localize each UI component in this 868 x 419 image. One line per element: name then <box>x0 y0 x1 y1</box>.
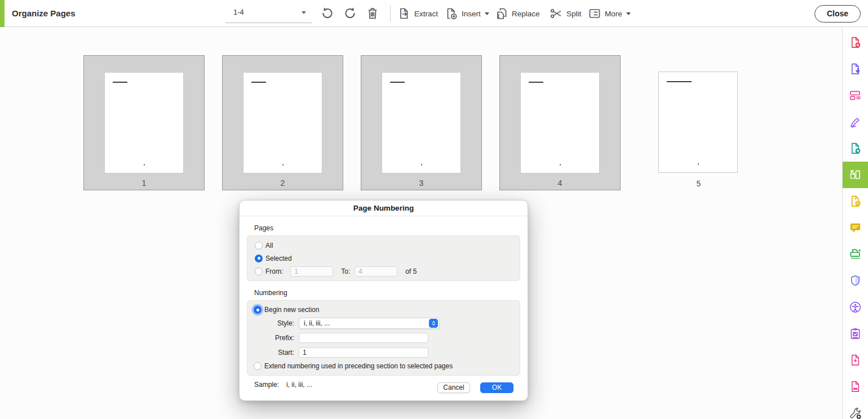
sidebar-tool-send-file[interactable] <box>843 135 868 162</box>
radio-all-label: All <box>265 242 273 249</box>
style-label: Style: <box>255 319 294 327</box>
numbering-group: Begin new section Style: i, ii, iii, ...… <box>247 300 520 376</box>
extract-icon <box>397 7 411 20</box>
page-footer-number <box>421 164 422 166</box>
sidebar-tool-comment[interactable] <box>843 215 868 241</box>
page-title: Organize Pages <box>12 0 76 27</box>
radio-selected-label: Selected <box>265 255 292 262</box>
to-input[interactable] <box>355 266 397 277</box>
rotate-right-button[interactable] <box>343 7 358 21</box>
replace-label: Replace <box>512 10 540 18</box>
to-label: To: <box>341 268 350 275</box>
radio-extend-numbering[interactable] <box>254 362 262 370</box>
edit-pdf-icon <box>849 89 862 102</box>
prefix-label: Prefix: <box>255 334 294 342</box>
page-preview <box>243 72 322 173</box>
page-text-line <box>667 81 692 82</box>
start-label: Start: <box>255 349 294 356</box>
split-button[interactable]: Split <box>550 0 581 27</box>
organize-pages-toolbar: Organize Pages 1-4 Extract Insert Replac… <box>0 0 868 27</box>
export-pdf-icon <box>849 63 862 75</box>
page-thumbnail[interactable]: 2 <box>222 55 343 190</box>
numbering-section-label: Numbering <box>254 289 520 297</box>
radio-from[interactable] <box>255 268 263 275</box>
extract-button[interactable]: Extract <box>397 0 438 27</box>
replace-button[interactable]: Replace <box>495 0 540 27</box>
fill-sign-icon <box>849 115 862 128</box>
sidebar-tool-protect[interactable] <box>843 268 868 294</box>
extract-label: Extract <box>414 10 438 18</box>
page-footer-number <box>144 164 145 166</box>
extend-numbering-label: Extend numbering used in preceding secti… <box>264 362 453 370</box>
sidebar-tool-scan-ocr[interactable] <box>843 241 868 268</box>
create-pdf-icon <box>849 36 862 49</box>
sample-label: Sample: <box>254 381 279 389</box>
start-input[interactable] <box>299 347 428 358</box>
page-preview <box>658 72 738 173</box>
organize-pages-icon <box>849 168 862 181</box>
request-signature-icon <box>849 195 862 208</box>
radio-selected[interactable] <box>255 255 263 262</box>
page-thumbnail[interactable]: 5 <box>638 55 759 190</box>
page-thumbnail[interactable]: 4 <box>499 55 621 190</box>
of-total-text: of 5 <box>405 268 417 275</box>
sidebar-tool-redact[interactable] <box>843 373 868 400</box>
page-text-line <box>390 82 405 83</box>
ok-button[interactable]: OK <box>480 382 513 393</box>
rotate-ccw-icon <box>321 7 335 20</box>
cancel-button[interactable]: Cancel <box>437 382 470 393</box>
sidebar-tool-compress[interactable] <box>843 347 868 373</box>
sidebar-tool-organize-pages[interactable] <box>843 162 868 188</box>
page-preview <box>104 72 184 173</box>
close-button[interactable]: Close <box>814 5 861 23</box>
page-range-value: 1-4 <box>233 0 244 25</box>
page-numbering-dialog: Page Numbering Pages All Selected From: … <box>239 200 528 401</box>
sidebar-tool-prepare-form[interactable] <box>843 320 868 347</box>
insert-icon <box>445 7 458 20</box>
scan-ocr-icon <box>849 248 862 261</box>
page-footer-number <box>282 164 284 166</box>
page-preview <box>382 72 461 173</box>
radio-all[interactable] <box>255 242 263 249</box>
page-number-label: 4 <box>500 179 620 188</box>
insert-button[interactable]: Insert <box>445 0 489 27</box>
style-select[interactable]: i, ii, iii, ... <box>299 318 440 329</box>
page-number-label: 1 <box>84 179 204 188</box>
thumbnail-row: 1 2 3 4 5 <box>83 55 759 190</box>
style-value: i, ii, iii, ... <box>299 319 330 327</box>
page-footer-number <box>698 163 699 165</box>
sidebar-tool-more-tools[interactable] <box>843 400 868 419</box>
sidebar-tool-fill-sign[interactable] <box>843 109 868 135</box>
page-thumbnail[interactable]: 1 <box>83 55 205 190</box>
from-input[interactable] <box>290 266 333 277</box>
sidebar-tool-accessibility[interactable] <box>843 294 868 320</box>
insert-label: Insert <box>462 10 481 18</box>
accent-bar <box>0 0 5 27</box>
delete-pages-button[interactable] <box>366 7 380 21</box>
chevron-down-icon <box>302 11 306 14</box>
chevron-down-icon <box>485 12 489 15</box>
pages-group: All Selected From: To: of 5 <box>247 235 520 281</box>
prepare-form-icon <box>849 327 862 340</box>
page-range-select[interactable]: 1-4 <box>225 0 312 27</box>
sidebar-tool-edit-pdf[interactable] <box>843 82 868 109</box>
sidebar-tool-create-pdf[interactable] <box>843 29 868 56</box>
sidebar-tool-request-signature[interactable] <box>843 188 868 215</box>
from-label: From: <box>265 268 283 275</box>
page-text-line <box>529 82 543 83</box>
trash-icon <box>366 7 380 20</box>
scissors-icon <box>550 7 563 20</box>
page-thumbnail[interactable]: 3 <box>361 55 482 190</box>
page-number-label: 5 <box>638 179 759 188</box>
sidebar-tool-export-pdf[interactable] <box>843 56 868 82</box>
more-button[interactable]: More <box>588 0 631 27</box>
pages-section-label: Pages <box>254 224 520 232</box>
radio-begin-new-section[interactable] <box>254 306 262 314</box>
begin-new-section-label: Begin new section <box>264 306 319 314</box>
protect-icon <box>849 274 862 287</box>
sample-value: i, ii, iii, ... <box>286 381 312 389</box>
split-label: Split <box>566 10 581 18</box>
prefix-input[interactable] <box>299 333 428 343</box>
underline <box>225 23 312 23</box>
rotate-left-button[interactable] <box>321 7 335 21</box>
